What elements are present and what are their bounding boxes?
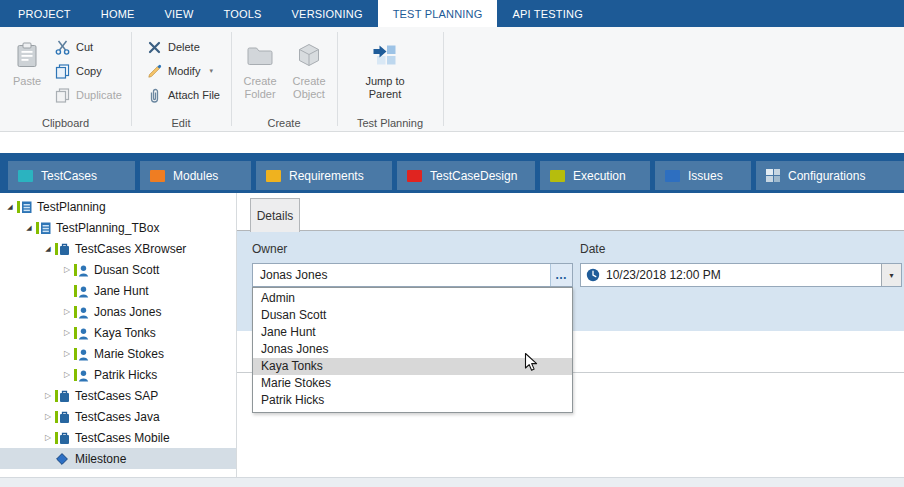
tab-requirements[interactable]: Requirements [256,161,392,190]
tree-item-patrik-hicks[interactable]: ▷ Patrik Hicks [0,364,236,385]
attach-file-label: Attach File [168,89,220,101]
create-folder-button: Create Folder [238,32,282,110]
ribbon-tab-view[interactable]: VIEW [150,0,209,27]
briefcase-icon [54,409,70,425]
group-separator [443,32,444,126]
dropdown-item-jane-hunt[interactable]: Jane Hunt [253,324,572,341]
tree-item-jane-hunt[interactable]: Jane Hunt [0,280,236,301]
dropdown-item-dusan-scott[interactable]: Dusan Scott [253,307,572,324]
briefcase-icon [54,430,70,446]
tree-item-label: TestCases Java [75,410,160,424]
expander-collapsed-icon[interactable]: ▷ [61,350,73,358]
date-picker[interactable]: 10/23/2018 12:00 PM ▾ [580,263,902,287]
person-icon [73,283,89,299]
expander-collapsed-icon[interactable]: ▷ [42,413,54,421]
owner-ellipsis-button[interactable]: … [550,264,572,286]
tree-item-label: Patrik Hicks [94,368,157,382]
date-label: Date [580,242,605,256]
ribbon-tab-tools[interactable]: TOOLS [208,0,276,27]
modify-label: Modify [168,65,200,77]
pencil-icon [146,63,162,79]
test-planning-tree: ◢ TestPlanning ◢ TestPlanning_TBox ◢ Tes… [0,193,237,478]
expander-collapsed-icon[interactable]: ▷ [42,392,54,400]
tab-label: Configurations [788,169,865,183]
paperclip-icon [146,87,162,103]
person-icon [73,304,89,320]
ribbon-tab-versioning[interactable]: VERSIONING [277,0,378,27]
folder-list-icon [16,199,32,215]
requirements-icon [266,170,281,182]
expander-collapsed-icon[interactable]: ▷ [61,329,73,337]
tree-item-label: Dusan Scott [94,263,159,277]
tree-item-testplanning[interactable]: ◢ TestPlanning [0,196,236,217]
jump-to-parent-label: Jump to Parent [357,75,413,101]
tree-item-jonas-jones[interactable]: ▷ Jonas Jones [0,301,236,322]
tree-item-label: Kaya Tonks [94,326,156,340]
tab-label: Requirements [289,169,364,183]
briefcase-icon [54,241,70,257]
scissors-icon [54,39,70,55]
tab-execution[interactable]: Execution [540,161,650,190]
cut-button[interactable]: Cut [50,36,93,58]
paste-icon [17,38,37,72]
tab-details[interactable]: Details [250,198,300,232]
tree-item-testcases-xbrowser[interactable]: ◢ TestCases XBrowser [0,238,236,259]
tree-item-milestone[interactable]: Milestone [0,448,236,469]
clipboard-group-label: Clipboard [0,117,131,129]
expander-expanded-icon[interactable]: ◢ [42,245,54,252]
ribbon-tab-api-testing[interactable]: API TESTING [497,0,597,27]
date-dropdown-button[interactable]: ▾ [881,264,901,286]
copy-icon [54,63,70,79]
duplicate-icon [54,87,70,103]
duplicate-label: Duplicate [76,89,122,101]
clock-icon [586,268,600,282]
dropdown-item-kaya-tonks[interactable]: Kaya Tonks [253,358,572,375]
tree-item-marie-stokes[interactable]: ▷ Marie Stokes [0,343,236,364]
dropdown-item-jonas-jones[interactable]: Jonas Jones [253,341,572,358]
create-folder-label: Create Folder [238,75,282,101]
tab-testcases[interactable]: TestCases [8,161,135,190]
expander-expanded-icon[interactable]: ◢ [23,224,35,231]
expander-collapsed-icon[interactable]: ▷ [61,266,73,274]
tree-item-dusan-scott[interactable]: ▷ Dusan Scott [0,259,236,280]
tab-modules[interactable]: Modules [140,161,251,190]
expander-collapsed-icon[interactable]: ▷ [42,434,54,442]
copy-button[interactable]: Copy [50,60,102,82]
delete-x-icon [146,39,162,55]
modify-button[interactable]: Modify ▾ [142,60,213,82]
tree-item-testcases-mobile[interactable]: ▷ TestCases Mobile [0,427,236,448]
ribbon-tab-home[interactable]: HOME [86,0,150,27]
modify-dropdown-icon[interactable]: ▾ [209,67,213,75]
delete-button[interactable]: Delete [142,36,200,58]
ribbon-tab-project[interactable]: PROJECT [3,0,86,27]
configurations-icon [766,169,780,182]
ribbon-tab-test-planning[interactable]: TEST PLANNING [378,0,498,27]
paste-button: Paste [6,32,48,110]
owner-combobox[interactable]: Jonas Jones … [252,263,573,287]
expander-expanded-icon[interactable]: ◢ [4,203,16,210]
attach-file-button[interactable]: Attach File [142,84,220,106]
tab-configurations[interactable]: Configurations [756,161,904,190]
expander-collapsed-icon[interactable]: ▷ [61,371,73,379]
dropdown-item-patrik-hicks[interactable]: Patrik Hicks [253,392,572,409]
tree-item-testcases-sap[interactable]: ▷ TestCases SAP [0,385,236,406]
ribbon-toolbar: Paste Cut Copy Duplicate Clipboard [0,27,904,132]
module-tab-bar: TestCases Modules Requirements TestCaseD… [0,153,904,193]
tree-item-label: Marie Stokes [94,347,164,361]
tree-item-testplanning-tbox[interactable]: ◢ TestPlanning_TBox [0,217,236,238]
tab-testcasedesign[interactable]: TestCaseDesign [397,161,535,190]
tab-label: Issues [688,169,723,183]
dropdown-item-marie-stokes[interactable]: Marie Stokes [253,375,572,392]
create-object-label: Create Object [286,75,332,101]
details-panel: Details Owner Date Jonas Jones … 10/23/2… [237,193,904,478]
copy-label: Copy [76,65,102,77]
execution-icon [550,170,565,182]
jump-to-parent-button[interactable]: Jump to Parent [357,32,413,110]
tree-item-kaya-tonks[interactable]: ▷ Kaya Tonks [0,322,236,343]
dropdown-item-admin[interactable]: Admin [253,290,572,307]
tab-issues[interactable]: Issues [655,161,751,190]
app-window: PROJECT HOME VIEW TOOLS VERSIONING TEST … [0,0,904,487]
expander-collapsed-icon[interactable]: ▷ [61,308,73,316]
owner-label: Owner [252,242,287,256]
tree-item-testcases-java[interactable]: ▷ TestCases Java [0,406,236,427]
